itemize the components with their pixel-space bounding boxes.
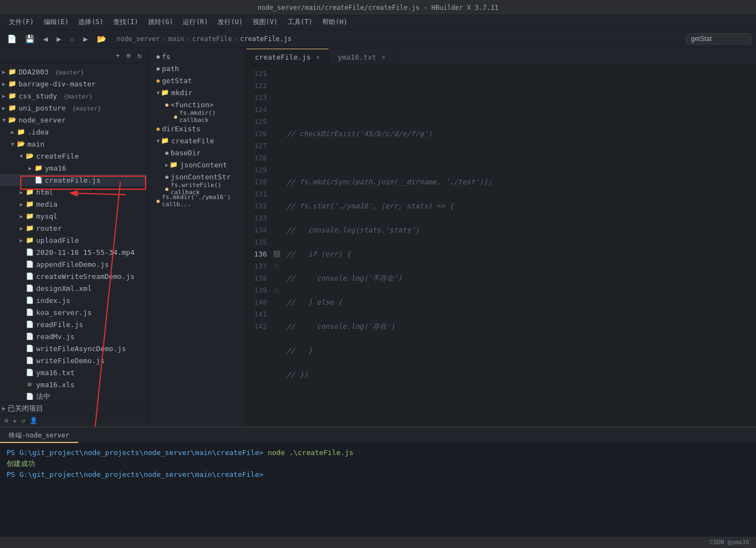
breadcrumb-item-3[interactable]: createFile	[193, 35, 232, 43]
sidebar-footer-btn1[interactable]: ⚙	[4, 417, 8, 424]
menu-help[interactable]: 帮助(H)	[318, 16, 352, 28]
outline-item-direxists[interactable]: ● dirExists	[148, 123, 246, 135]
search-input[interactable]	[686, 33, 752, 44]
breadcrumb-item-4[interactable]: createFile.js	[240, 35, 292, 43]
outline-item-jsoncontent[interactable]: ▶ 📁 jsonContent	[148, 159, 246, 171]
menu-view[interactable]: 视图(V)	[248, 16, 282, 28]
tree-item-barrage[interactable]: ▶ 📁 barrage-div-master	[0, 78, 147, 90]
tree-item-fazh[interactable]: 📄 法中	[0, 390, 147, 400]
back-btn[interactable]: ◀	[40, 33, 50, 45]
tree-item-yma16xls[interactable]: ⊞ yma16.xls	[0, 378, 147, 390]
outline-item-jsoncontentstr[interactable]: ● jsonContentStr	[148, 171, 246, 183]
menu-tools[interactable]: 工具(T)	[283, 16, 317, 28]
tree-item-yma16txt[interactable]: 📄 yma16.txt	[0, 366, 147, 378]
file-tree: ▶ 📁 DDA2003 {master} ▶ 📁 barrage-div-mas…	[0, 63, 147, 400]
tree-arrow: ▶	[0, 93, 8, 99]
outline-label: createFile	[171, 137, 214, 145]
terminal-content[interactable]: PS G:\git_project\node_projects\node_ser…	[0, 443, 756, 536]
forward-btn[interactable]: ▶	[54, 33, 63, 45]
tree-item-media[interactable]: ▶ 📁 media	[0, 198, 147, 210]
toolbar-right	[686, 33, 752, 44]
tree-item-createfile-js[interactable]: ▶ 📄 createFile.js	[0, 174, 147, 186]
tree-item-readmv[interactable]: 📄 readMv.js	[0, 330, 147, 342]
folder-icon: 📁	[161, 89, 169, 96]
code-content[interactable]: // checkDirExist('45/b/c/d/e/f/g') // fs…	[281, 66, 756, 427]
tab-createfile-js[interactable]: createFile.js ✕	[246, 49, 329, 65]
outline-item-path[interactable]: ● path	[148, 62, 246, 74]
tree-item-readfile[interactable]: 📄 readFile.js	[0, 318, 147, 330]
outline-label: jsonContent	[180, 161, 227, 169]
tree-item-writedemo[interactable]: 📄 writeFileDemo.js	[0, 354, 147, 366]
tree-item-xml[interactable]: 📄 designXml.xml	[0, 282, 147, 294]
tree-item-css-study[interactable]: ▶ 📁 css_study {master}	[0, 90, 147, 102]
tree-arrow: ▶	[18, 237, 25, 243]
menu-edit[interactable]: 编辑(E)	[39, 16, 73, 28]
sidebar-new-file-btn[interactable]: +	[114, 50, 123, 61]
tree-item-appendfile[interactable]: 📄 appendFileDemo.js	[0, 258, 147, 270]
sidebar-collapse-btn[interactable]: ≡	[124, 50, 133, 61]
tree-label: DDA2003 {master}	[19, 68, 84, 76]
sidebar-footer-btn4[interactable]: 👤	[30, 417, 38, 424]
tree-arrow: ▼	[9, 141, 16, 147]
outline-item-fs[interactable]: ● fs	[148, 50, 246, 62]
tab-close-btn[interactable]: ✕	[316, 54, 320, 61]
fold-marker-137[interactable]: □	[272, 260, 281, 272]
terminal-tab[interactable]: 终端-node_server	[0, 428, 78, 443]
tree-item-main[interactable]: ▼ 📂 main	[0, 138, 147, 150]
tree-arrow: ▶	[18, 213, 25, 219]
sidebar-refresh-btn[interactable]: ↻	[135, 50, 144, 61]
tree-item-mysql[interactable]: ▶ 📁 mysql	[0, 210, 147, 222]
sidebar-footer-btn2[interactable]: ★	[13, 417, 16, 424]
outline-item-mkdir-callb[interactable]: ● fs.mkdir('./yma16') callb...	[148, 195, 246, 207]
bookmark-btn[interactable]: ☆	[67, 33, 77, 45]
run-btn[interactable]: ▶	[80, 33, 90, 45]
tree-item-writeasync[interactable]: 📄 writeFileAsyncDemo.js	[0, 342, 147, 354]
menu-file[interactable]: 文件(F)	[4, 16, 38, 28]
titlebar-text: node_server/main/createFile/createFile.j…	[258, 4, 499, 11]
tree-item-closed-projects[interactable]: ▶ 已关闭项目	[0, 402, 147, 414]
outline-item-mkdir[interactable]: ▼ 📁 mkdir	[148, 86, 246, 98]
outline-item-function[interactable]: ● <function>	[148, 98, 246, 110]
tree-item-node-server[interactable]: ▼ 📂 node_server	[0, 114, 147, 126]
code-line-127: // console.log(stats,'stats')	[287, 224, 756, 236]
outline-item-writefile-callback[interactable]: ● fs.writeFile() callback	[148, 183, 246, 195]
folder-btn[interactable]: 📂	[94, 33, 109, 45]
tree-item-uni-posture[interactable]: ▶ 📁 uni_posture {master}	[0, 102, 147, 114]
tree-item-html[interactable]: ▶ 📁 html	[0, 186, 147, 198]
save-btn[interactable]: 💾	[22, 33, 37, 45]
menu-publish[interactable]: 发行(U)	[213, 16, 247, 28]
fold-marker-139[interactable]: □	[272, 284, 281, 296]
outline-item-createfile-outline[interactable]: ▼ 📁 createFile	[148, 135, 246, 147]
outline-item-mkdir-callback[interactable]: ● fs.mkdir() callback	[148, 110, 246, 123]
tree-item-router[interactable]: ▶ 📁 router	[0, 222, 147, 234]
menu-find[interactable]: 查找(I)	[109, 16, 143, 28]
tree-item-idea[interactable]: ▶ 📁 .idea	[0, 126, 147, 138]
tree-label: html	[36, 188, 53, 196]
breadcrumb-item-2[interactable]: main	[168, 35, 184, 43]
menu-goto[interactable]: 跳转(G)	[144, 16, 178, 28]
tab-close-btn[interactable]: ✕	[382, 54, 386, 61]
tree-item-uploadfile[interactable]: ▶ 📁 uploadFile	[0, 234, 147, 246]
tree-item-index[interactable]: 📄 index.js	[0, 294, 147, 306]
js-icon: 📄	[25, 320, 34, 328]
sidebar-header: + ≡ ↻	[0, 48, 147, 63]
breadcrumb-item-1[interactable]: node_server	[117, 35, 160, 43]
tree-item-koa[interactable]: 📄 koa_server.js	[0, 306, 147, 318]
code-line-122	[287, 104, 756, 116]
tree-item-yma16-folder[interactable]: ▶ 📁 yma16	[0, 162, 147, 174]
tree-item-dda2003[interactable]: ▶ 📁 DDA2003 {master}	[0, 66, 147, 78]
sidebar: + ≡ ↻ ▶ 📁 DDA2003 {master} ▶ 📁 b	[0, 48, 148, 427]
tree-item-writestream[interactable]: 📄 createWriteSreamDemo.js	[0, 270, 147, 282]
tree-item-mp4[interactable]: 📄 2020-11-16 15-55-34.mp4	[0, 246, 147, 258]
tab-yma16-txt[interactable]: yma16.txt ✕	[329, 49, 394, 65]
tree-item-createfile[interactable]: ▼ 📂 createFile	[0, 150, 147, 162]
js-file-icon: 📄	[34, 176, 43, 184]
menu-run[interactable]: 运行(R)	[178, 16, 212, 28]
sidebar-footer-btn3[interactable]: ↺	[21, 417, 25, 424]
dot-icon: ●	[165, 150, 168, 156]
dot-yellow-icon: ●	[165, 102, 168, 108]
new-file-btn[interactable]: 📄	[4, 33, 19, 45]
menu-select[interactable]: 选择(S)	[74, 16, 108, 28]
outline-item-basedir[interactable]: ● baseDir	[148, 147, 246, 159]
outline-item-getstat[interactable]: ● getStat	[148, 74, 246, 86]
